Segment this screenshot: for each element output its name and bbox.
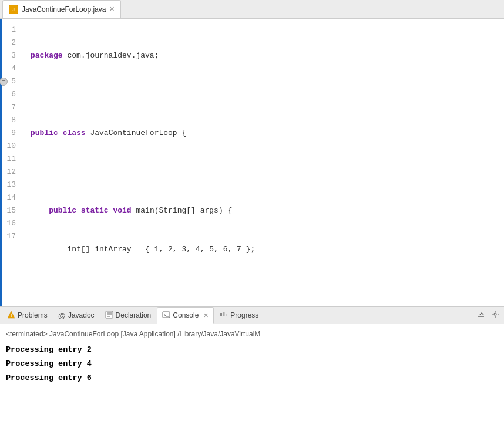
console-output-line-1: Processing entry 2 <box>6 343 498 357</box>
line-numbers: 1 2 3 4 −5 6 7 8 9 10 11 12 13 14 15 16 … <box>0 19 21 306</box>
tab-progress[interactable]: Progress <box>215 307 263 324</box>
line-num-4: 4 <box>6 62 16 75</box>
svg-rect-10 <box>226 314 227 316</box>
line-num-17: 17 <box>6 230 16 243</box>
bottom-tab-bar: ! Problems @ Javadoc Declaration Console… <box>0 306 504 324</box>
fold-marker[interactable]: − <box>0 78 8 86</box>
left-margin-indicator <box>0 19 2 306</box>
console-settings-icon[interactable] <box>489 309 502 322</box>
javadoc-icon: @ <box>58 311 66 320</box>
line-num-10: 10 <box>6 140 16 153</box>
code-line-6: int[] intArray = { 1, 2, 3, 4, 5, 6, 7 }… <box>31 243 504 256</box>
tab-javadoc[interactable]: @ Javadoc <box>53 307 99 324</box>
tab-close-icon[interactable]: ✕ <box>109 5 115 13</box>
line-num-5: −5 <box>6 75 16 88</box>
console-close-icon[interactable]: ✕ <box>203 312 209 319</box>
line-num-6: 6 <box>6 88 16 101</box>
line-num-3: 3 <box>6 49 16 62</box>
code-line-5: public static void main(String[] args) { <box>31 204 504 217</box>
tab-problems-label: Problems <box>18 311 48 319</box>
tab-console[interactable]: Console ✕ <box>157 307 214 324</box>
line-num-14: 14 <box>6 191 16 204</box>
console-minimize-icon[interactable] <box>475 309 488 322</box>
code-lines[interactable]: package com.journaldev.java; public clas… <box>21 19 504 306</box>
file-tab[interactable]: J JavaContinueForLoop.java ✕ <box>2 0 121 18</box>
declaration-icon <box>105 311 113 321</box>
line-num-15: 15 <box>6 204 16 217</box>
line-num-8: 8 <box>6 114 16 127</box>
progress-icon <box>220 311 228 321</box>
line-num-12: 12 <box>6 166 16 178</box>
svg-rect-9 <box>223 312 225 316</box>
code-line-2 <box>31 88 504 101</box>
line-num-16: 16 <box>6 217 16 230</box>
line-num-13: 13 <box>6 178 16 191</box>
file-tab-label: JavaContinueForLoop.java <box>22 5 106 14</box>
console-output-line-2: Processing entry 4 <box>6 357 498 371</box>
code-line-3: public class JavaContinueForLoop { <box>31 127 504 140</box>
console-icon <box>162 311 170 321</box>
tab-progress-label: Progress <box>230 311 258 319</box>
tab-javadoc-label: Javadoc <box>68 311 95 319</box>
line-num-11: 11 <box>6 153 16 166</box>
console-terminated-text: <terminated> JavaContinueForLoop [Java A… <box>6 328 498 341</box>
code-line-7 <box>31 282 504 295</box>
problems-icon: ! <box>7 311 15 321</box>
editor-tab-bar: J JavaContinueForLoop.java ✕ <box>0 0 504 19</box>
code-editor: 1 2 3 4 −5 6 7 8 9 10 11 12 13 14 15 16 … <box>0 19 504 306</box>
line-num-7: 7 <box>6 101 16 114</box>
tab-declaration-label: Declaration <box>116 311 152 319</box>
line-num-2: 2 <box>6 36 16 49</box>
tab-problems[interactable]: ! Problems <box>2 307 52 324</box>
line-num-1: 1 <box>6 23 16 36</box>
tab-declaration[interactable]: Declaration <box>100 307 156 324</box>
line-num-9: 9 <box>6 127 16 140</box>
console-output-line-3: Processing entry 6 <box>6 371 498 385</box>
svg-point-12 <box>494 313 496 315</box>
tab-console-label: Console <box>173 311 199 319</box>
console-output-area: <terminated> JavaContinueForLoop [Java A… <box>0 324 504 438</box>
code-line-4 <box>31 166 504 178</box>
svg-text:!: ! <box>11 313 12 318</box>
code-line-1: package com.journaldev.java; <box>31 49 504 62</box>
bottom-section: ! Problems @ Javadoc Declaration Console… <box>0 306 504 438</box>
svg-rect-8 <box>220 313 222 316</box>
java-file-icon: J <box>9 5 18 14</box>
